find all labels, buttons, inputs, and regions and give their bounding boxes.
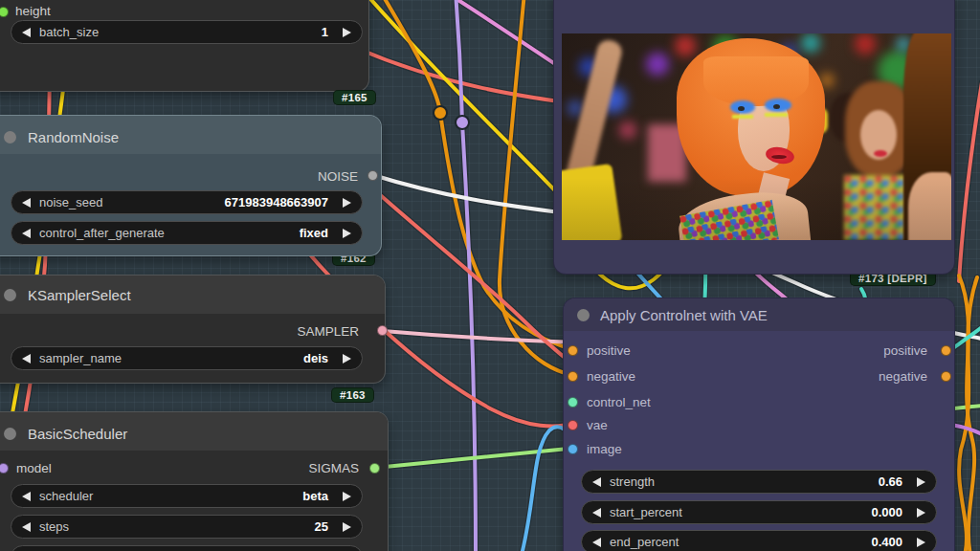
- stepper-left-icon[interactable]: [22, 522, 31, 532]
- input-socket-control-net[interactable]: [568, 397, 578, 408]
- widget-label: sampler_name: [39, 351, 122, 365]
- widget-label: noise_seed: [39, 195, 103, 209]
- reroute-dot-purple[interactable]: [456, 116, 469, 129]
- input-socket-model[interactable]: [0, 463, 9, 474]
- node-apply-controlnet[interactable]: Apply Controlnet with VAE positive posit…: [563, 298, 955, 551]
- stepper-left-icon[interactable]: [22, 28, 31, 37]
- widget-control-after-generate[interactable]: control_after_generate fixed: [11, 221, 363, 245]
- collapse-dot-icon[interactable]: [4, 289, 16, 301]
- output-label-sampler: SAMPLER: [297, 324, 359, 339]
- node-preview-image[interactable]: [553, 0, 955, 275]
- output-socket-negative[interactable]: [941, 371, 951, 382]
- node-basic-scheduler[interactable]: BasicScheduler model SIGMAS scheduler be…: [0, 411, 389, 551]
- widget-label: end_percent: [610, 535, 679, 549]
- widget-value: 0.400: [871, 535, 902, 549]
- node-title: Apply Controlnet with VAE: [600, 307, 768, 323]
- stepper-left-icon[interactable]: [592, 538, 601, 547]
- widget-label: start_percent: [610, 505, 682, 519]
- widget-value: 1: [322, 25, 328, 39]
- input-label-model: model: [16, 461, 52, 475]
- widget-value: 0.000: [871, 505, 902, 519]
- stepper-left-icon[interactable]: [22, 229, 31, 238]
- widget-value: beta: [302, 489, 328, 503]
- input-socket-height[interactable]: [0, 7, 9, 17]
- wire[interactable]: [959, 82, 980, 281]
- widget-label: strength: [610, 474, 655, 489]
- widget-noise-seed[interactable]: noise_seed 671983948663907: [11, 190, 363, 214]
- node-random-noise[interactable]: RandomNoise NOISE noise_seed 67198394866…: [0, 115, 382, 256]
- reroute-dot-orange[interactable]: [434, 106, 447, 120]
- collapse-dot-icon[interactable]: [4, 131, 16, 143]
- collapse-dot-icon[interactable]: [577, 309, 590, 321]
- widget-denoise[interactable]: denoise 1.00: [11, 545, 363, 551]
- stepper-left-icon[interactable]: [22, 492, 31, 501]
- stepper-left-icon[interactable]: [592, 477, 601, 487]
- stepper-right-icon[interactable]: [343, 28, 351, 37]
- widget-sampler-name[interactable]: sampler_name deis: [11, 346, 363, 370]
- widget-strength[interactable]: strength 0.66: [581, 470, 937, 494]
- widget-value: 671983948663907: [225, 195, 328, 209]
- output-label-positive: positive: [883, 343, 927, 358]
- output-label-negative: negative: [879, 369, 927, 384]
- input-label-control-net: control_net: [587, 395, 651, 409]
- collapse-dot-icon[interactable]: [4, 428, 16, 440]
- output-socket-sampler[interactable]: [377, 325, 388, 336]
- widget-steps[interactable]: steps 25: [11, 515, 363, 539]
- widget-value: 25: [315, 519, 328, 534]
- output-label-sigmas: SIGMAS: [308, 461, 359, 475]
- widget-label: batch_size: [39, 25, 99, 39]
- widget-batch-size[interactable]: batch_size 1: [11, 20, 363, 44]
- wire[interactable]: [381, 0, 574, 350]
- node-latent[interactable]: height batch_size 1: [0, 0, 369, 92]
- node-id-badge-165: #165: [333, 90, 376, 105]
- input-label-vae: vae: [587, 418, 608, 432]
- widget-start-percent[interactable]: start_percent 0.000: [581, 500, 937, 524]
- input-socket-vae[interactable]: [568, 420, 578, 430]
- node-graph-canvas[interactable]: #165 #162 #163 #173 [DEPR] height batch_…: [0, 0, 980, 551]
- stepper-left-icon[interactable]: [592, 508, 601, 518]
- stepper-left-icon[interactable]: [22, 198, 31, 208]
- widget-value: 0.66: [879, 474, 902, 489]
- node-title: BasicScheduler: [28, 426, 127, 442]
- input-socket-image[interactable]: [568, 444, 578, 454]
- widget-scheduler[interactable]: scheduler beta: [11, 484, 363, 508]
- preview-image: [562, 33, 951, 240]
- stepper-right-icon[interactable]: [343, 522, 351, 532]
- output-socket-positive[interactable]: [941, 345, 951, 356]
- widget-label: steps: [39, 519, 69, 534]
- stepper-right-icon[interactable]: [917, 477, 925, 487]
- input-label-negative: negative: [587, 369, 635, 384]
- stepper-right-icon[interactable]: [343, 492, 351, 501]
- widget-value: deis: [303, 351, 328, 365]
- stepper-right-icon[interactable]: [343, 198, 351, 208]
- node-title: RandomNoise: [28, 129, 119, 145]
- output-socket-noise[interactable]: [368, 170, 378, 181]
- stepper-right-icon[interactable]: [917, 508, 925, 518]
- input-label-height: height: [15, 4, 51, 18]
- node-id-badge-163: #163: [331, 387, 374, 403]
- stepper-right-icon[interactable]: [917, 538, 925, 547]
- input-socket-positive[interactable]: [568, 345, 578, 356]
- widget-label: control_after_generate: [39, 226, 165, 240]
- stepper-left-icon[interactable]: [22, 354, 31, 364]
- widget-end-percent[interactable]: end_percent 0.400: [581, 530, 937, 551]
- input-socket-negative[interactable]: [568, 371, 578, 382]
- stepper-right-icon[interactable]: [343, 354, 351, 364]
- widget-value: fixed: [300, 226, 328, 240]
- widget-label: scheduler: [39, 489, 93, 503]
- output-socket-sigmas[interactable]: [369, 463, 380, 474]
- input-label-image: image: [587, 442, 622, 456]
- output-label-noise: NOISE: [318, 169, 358, 184]
- input-label-positive: positive: [587, 343, 631, 358]
- wire[interactable]: [371, 0, 567, 203]
- stepper-right-icon[interactable]: [343, 229, 351, 238]
- node-title: KSamplerSelect: [28, 287, 131, 303]
- node-ksampler-select[interactable]: KSamplerSelect SAMPLER sampler_name deis: [0, 275, 386, 384]
